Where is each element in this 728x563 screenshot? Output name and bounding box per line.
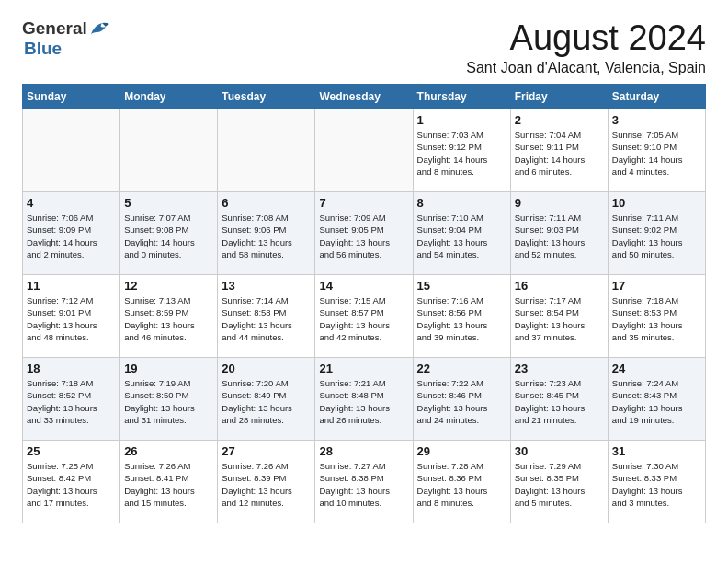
day-number: 18 <box>27 362 116 375</box>
day-number: 9 <box>515 196 604 210</box>
day-info: Sunrise: 7:30 AMSunset: 8:33 PMDaylight:… <box>612 460 701 509</box>
day-info: Sunrise: 7:05 AMSunset: 9:10 PMDaylight:… <box>612 129 701 178</box>
day-info: Sunrise: 7:26 AMSunset: 8:39 PMDaylight:… <box>222 460 311 509</box>
day-info: Sunrise: 7:03 AMSunset: 9:12 PMDaylight:… <box>417 129 506 178</box>
day-info: Sunrise: 7:21 AMSunset: 8:48 PMDaylight:… <box>319 377 408 426</box>
calendar-header-thursday: Thursday <box>413 85 510 109</box>
day-number: 5 <box>124 196 213 210</box>
day-number: 11 <box>27 279 116 293</box>
calendar-cell: 26Sunrise: 7:26 AMSunset: 8:41 PMDayligh… <box>120 441 218 523</box>
calendar-week-1: 1Sunrise: 7:03 AMSunset: 9:12 PMDaylight… <box>23 109 706 192</box>
location: Sant Joan d'Alacant, Valencia, Spain <box>466 60 706 76</box>
calendar-week-2: 4Sunrise: 7:06 AMSunset: 9:09 PMDaylight… <box>23 192 706 275</box>
day-number: 3 <box>612 113 701 127</box>
day-number: 14 <box>319 279 408 293</box>
logo-general: General <box>22 18 87 39</box>
day-info: Sunrise: 7:11 AMSunset: 9:03 PMDaylight:… <box>515 212 604 260</box>
day-number: 13 <box>222 279 311 293</box>
calendar-cell: 7Sunrise: 7:09 AMSunset: 9:05 PMDaylight… <box>315 192 413 275</box>
day-info: Sunrise: 7:27 AMSunset: 8:38 PMDaylight:… <box>319 460 408 509</box>
calendar-cell: 15Sunrise: 7:16 AMSunset: 8:56 PMDayligh… <box>413 275 510 358</box>
day-number: 31 <box>612 444 701 458</box>
day-info: Sunrise: 7:23 AMSunset: 8:45 PMDaylight:… <box>515 377 604 426</box>
calendar-cell: 29Sunrise: 7:28 AMSunset: 8:36 PMDayligh… <box>413 441 510 523</box>
calendar-header-saturday: Saturday <box>608 85 705 109</box>
day-info: Sunrise: 7:14 AMSunset: 8:58 PMDaylight:… <box>222 294 311 343</box>
calendar-week-3: 11Sunrise: 7:12 AMSunset: 9:01 PMDayligh… <box>23 275 706 358</box>
day-info: Sunrise: 7:11 AMSunset: 9:02 PMDaylight:… <box>612 212 701 260</box>
calendar-cell: 22Sunrise: 7:22 AMSunset: 8:46 PMDayligh… <box>413 358 510 441</box>
calendar-cell: 1Sunrise: 7:03 AMSunset: 9:12 PMDaylight… <box>413 109 510 192</box>
calendar-cell <box>120 109 218 192</box>
calendar-cell: 28Sunrise: 7:27 AMSunset: 8:38 PMDayligh… <box>315 441 413 523</box>
day-number: 6 <box>222 196 311 210</box>
page: General Blue August 2024 Sant Joan d'Ala… <box>0 0 728 542</box>
day-number: 22 <box>417 362 506 375</box>
day-number: 12 <box>124 279 213 293</box>
calendar-cell: 6Sunrise: 7:08 AMSunset: 9:06 PMDaylight… <box>218 192 315 275</box>
logo-top: General <box>22 18 109 39</box>
calendar-cell: 3Sunrise: 7:05 AMSunset: 9:10 PMDaylight… <box>608 109 705 192</box>
day-number: 27 <box>222 444 311 458</box>
calendar-cell: 4Sunrise: 7:06 AMSunset: 9:09 PMDaylight… <box>23 192 120 275</box>
calendar-cell: 20Sunrise: 7:20 AMSunset: 8:49 PMDayligh… <box>218 358 315 441</box>
calendar-header-tuesday: Tuesday <box>218 85 315 109</box>
day-number: 23 <box>515 362 604 375</box>
title-area: August 2024 Sant Joan d'Alacant, Valenci… <box>466 18 706 76</box>
calendar-cell <box>23 109 120 192</box>
calendar-cell: 14Sunrise: 7:15 AMSunset: 8:57 PMDayligh… <box>315 275 413 358</box>
calendar-cell: 21Sunrise: 7:21 AMSunset: 8:48 PMDayligh… <box>315 358 413 441</box>
day-info: Sunrise: 7:22 AMSunset: 8:46 PMDaylight:… <box>417 377 506 426</box>
header: General Blue August 2024 Sant Joan d'Ala… <box>22 18 706 76</box>
day-info: Sunrise: 7:08 AMSunset: 9:06 PMDaylight:… <box>222 212 311 260</box>
calendar: SundayMondayTuesdayWednesdayThursdayFrid… <box>22 84 706 523</box>
day-number: 4 <box>27 196 116 210</box>
calendar-week-4: 18Sunrise: 7:18 AMSunset: 8:52 PMDayligh… <box>23 358 706 441</box>
day-number: 20 <box>222 362 311 375</box>
day-info: Sunrise: 7:04 AMSunset: 9:11 PMDaylight:… <box>515 129 604 178</box>
calendar-cell: 24Sunrise: 7:24 AMSunset: 8:43 PMDayligh… <box>608 358 705 441</box>
day-number: 15 <box>417 279 506 293</box>
day-info: Sunrise: 7:18 AMSunset: 8:53 PMDaylight:… <box>612 294 701 343</box>
logo-blue-text: Blue <box>24 39 62 58</box>
day-number: 17 <box>612 279 701 293</box>
logo-bird-icon <box>89 21 109 38</box>
calendar-header-friday: Friday <box>510 85 608 109</box>
calendar-cell <box>218 109 315 192</box>
calendar-cell: 8Sunrise: 7:10 AMSunset: 9:04 PMDaylight… <box>413 192 510 275</box>
day-info: Sunrise: 7:17 AMSunset: 8:54 PMDaylight:… <box>515 294 604 343</box>
calendar-cell: 30Sunrise: 7:29 AMSunset: 8:35 PMDayligh… <box>510 441 608 523</box>
day-info: Sunrise: 7:28 AMSunset: 8:36 PMDaylight:… <box>417 460 506 509</box>
logo-blue: Blue <box>24 39 62 59</box>
day-info: Sunrise: 7:19 AMSunset: 8:50 PMDaylight:… <box>124 377 213 426</box>
day-info: Sunrise: 7:20 AMSunset: 8:49 PMDaylight:… <box>222 377 311 426</box>
day-info: Sunrise: 7:25 AMSunset: 8:42 PMDaylight:… <box>27 460 116 509</box>
calendar-cell: 31Sunrise: 7:30 AMSunset: 8:33 PMDayligh… <box>608 441 705 523</box>
day-number: 16 <box>515 279 604 293</box>
day-number: 26 <box>124 444 213 458</box>
calendar-cell: 25Sunrise: 7:25 AMSunset: 8:42 PMDayligh… <box>23 441 120 523</box>
day-number: 19 <box>124 362 213 375</box>
day-info: Sunrise: 7:29 AMSunset: 8:35 PMDaylight:… <box>515 460 604 509</box>
calendar-cell: 23Sunrise: 7:23 AMSunset: 8:45 PMDayligh… <box>510 358 608 441</box>
day-info: Sunrise: 7:16 AMSunset: 8:56 PMDaylight:… <box>417 294 506 343</box>
day-number: 1 <box>417 113 506 127</box>
day-number: 25 <box>27 444 116 458</box>
day-info: Sunrise: 7:12 AMSunset: 9:01 PMDaylight:… <box>27 294 116 343</box>
day-number: 30 <box>515 444 604 458</box>
month-title: August 2024 <box>466 18 706 58</box>
calendar-cell: 13Sunrise: 7:14 AMSunset: 8:58 PMDayligh… <box>218 275 315 358</box>
calendar-cell: 12Sunrise: 7:13 AMSunset: 8:59 PMDayligh… <box>120 275 218 358</box>
day-number: 10 <box>612 196 701 210</box>
day-number: 2 <box>515 113 604 127</box>
calendar-header-row: SundayMondayTuesdayWednesdayThursdayFrid… <box>23 85 706 109</box>
day-info: Sunrise: 7:09 AMSunset: 9:05 PMDaylight:… <box>319 212 408 260</box>
calendar-cell: 10Sunrise: 7:11 AMSunset: 9:02 PMDayligh… <box>608 192 705 275</box>
calendar-header-monday: Monday <box>120 85 218 109</box>
day-number: 29 <box>417 444 506 458</box>
calendar-header-sunday: Sunday <box>23 85 120 109</box>
day-number: 24 <box>612 362 701 375</box>
calendar-cell: 18Sunrise: 7:18 AMSunset: 8:52 PMDayligh… <box>23 358 120 441</box>
day-info: Sunrise: 7:13 AMSunset: 8:59 PMDaylight:… <box>124 294 213 343</box>
day-info: Sunrise: 7:18 AMSunset: 8:52 PMDaylight:… <box>27 377 116 426</box>
